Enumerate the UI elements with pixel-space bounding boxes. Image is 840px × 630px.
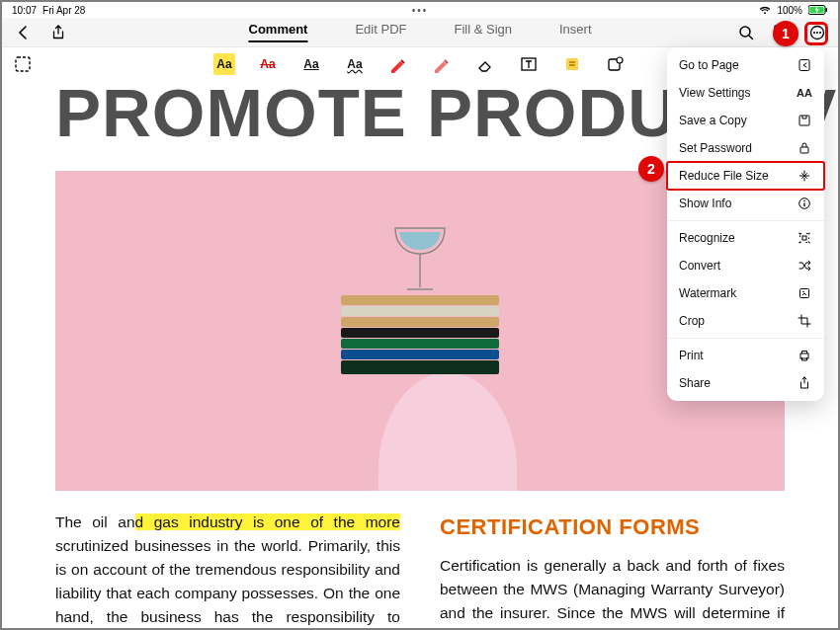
save-icon [797, 113, 812, 128]
callout-ring-1 [804, 22, 828, 45]
svg-rect-17 [799, 60, 809, 71]
section-heading: CERTIFICATION FORMS [440, 511, 785, 544]
hand-graphic [378, 372, 517, 491]
note-icon[interactable] [561, 53, 583, 75]
svg-rect-18 [799, 116, 809, 125]
svg-rect-12 [16, 57, 30, 71]
menu-item-view-settings[interactable]: View SettingsAA [667, 79, 824, 107]
menu-item-crop[interactable]: Crop [667, 307, 824, 335]
aA-icon: AA [797, 85, 812, 101]
menu-item-recognize[interactable]: Recognize [667, 224, 824, 252]
svg-rect-22 [800, 234, 809, 243]
marker-red-icon[interactable] [387, 53, 409, 75]
lock-icon [797, 140, 812, 156]
crop-icon [797, 313, 812, 329]
svg-rect-2 [826, 8, 828, 12]
svg-rect-23 [802, 236, 806, 240]
svg-point-16 [617, 57, 623, 63]
info-icon [797, 196, 812, 211]
svg-rect-14 [566, 58, 578, 70]
menu-item-reduce-file-size[interactable]: Reduce File Size [667, 162, 824, 190]
share-icon [797, 375, 812, 391]
strikeout-tool[interactable]: Aa [257, 53, 279, 75]
wifi-icon [759, 5, 771, 15]
main-toolbar: Comment Edit PDF Fill & Sign Insert [2, 18, 838, 47]
body-text: Certification is generally a back and fo… [440, 557, 785, 628]
battery-percent: 100% [777, 5, 802, 16]
stamp-icon[interactable] [605, 53, 627, 75]
wm-icon [797, 285, 812, 301]
home-indicator-dots: ••• [412, 5, 429, 16]
battery-icon [808, 5, 828, 15]
menu-item-show-info[interactable]: Show Info [667, 190, 824, 217]
menu-item-set-password[interactable]: Set Password [667, 134, 824, 162]
book-stack [341, 294, 499, 374]
underline-tool[interactable]: Aa [300, 53, 322, 75]
svg-rect-19 [800, 147, 808, 153]
svg-point-21 [803, 200, 805, 202]
menu-item-save-a-copy[interactable]: Save a Copy [667, 107, 824, 134]
scan-icon [797, 230, 812, 246]
menu-item-convert[interactable]: Convert [667, 252, 824, 279]
more-menu: Go to PageView SettingsAASave a CopySet … [667, 47, 824, 401]
cocktail-glass-graphic [385, 218, 455, 301]
status-bar: 10:07 Fri Apr 28 ••• 100% [2, 2, 838, 18]
mode-tabs: Comment Edit PDF Fill & Sign Insert [248, 22, 591, 42]
highlight-tool[interactable]: Aa [213, 53, 235, 75]
textbox-icon[interactable] [518, 53, 540, 75]
svg-point-25 [802, 291, 804, 293]
selection-tool-icon[interactable] [14, 55, 32, 73]
print-icon [797, 348, 812, 363]
eraser-icon[interactable] [474, 53, 496, 75]
highlighted-text: d gas industry is one of the more [135, 513, 400, 530]
callout-badge-2: 2 [638, 156, 664, 182]
tab-fill-sign[interactable]: Fill & Sign [454, 22, 512, 42]
back-button[interactable] [14, 24, 32, 41]
column-left: The oil and gas industry is one of the m… [55, 511, 400, 628]
status-date: Fri Apr 28 [42, 5, 85, 16]
shuffle-icon [797, 258, 812, 274]
column-right: CERTIFICATION FORMS Certification is gen… [440, 511, 785, 628]
body-text: The oil an [55, 513, 135, 530]
menu-item-watermark[interactable]: Watermark [667, 279, 824, 307]
tab-insert[interactable]: Insert [559, 22, 592, 42]
squiggly-tool[interactable]: Aa [344, 53, 366, 75]
menu-item-go-to-page[interactable]: Go to Page [667, 51, 824, 79]
menu-item-print[interactable]: Print [667, 342, 824, 369]
callout-badge-1: 1 [773, 21, 798, 46]
search-icon[interactable] [737, 24, 755, 41]
tab-edit-pdf[interactable]: Edit PDF [355, 22, 406, 42]
status-time: 10:07 [12, 5, 37, 16]
menu-item-share[interactable]: Share [667, 369, 824, 397]
tab-comment[interactable]: Comment [248, 22, 307, 42]
compress-icon [797, 168, 812, 184]
share-icon[interactable] [49, 24, 67, 41]
marker-pink-icon[interactable] [431, 53, 453, 75]
go-icon [797, 57, 812, 73]
